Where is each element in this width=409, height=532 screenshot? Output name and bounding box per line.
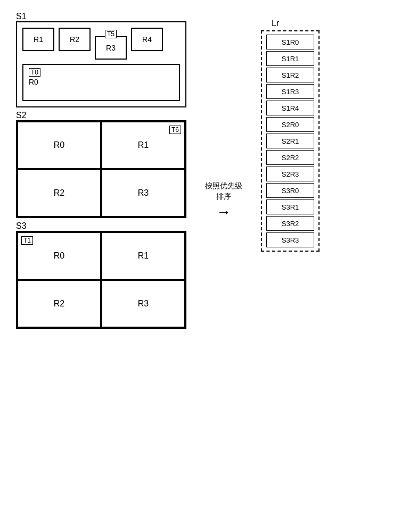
s2-r0-label: R0 <box>54 140 64 150</box>
s3-wrapper: S3 T1 R0 R1 R2 R3 <box>16 231 186 329</box>
s2-r3-cell: R3 <box>101 169 185 217</box>
s3-box: T1 R0 R1 R2 R3 <box>16 231 186 329</box>
lr-item-s1r2: S1R2 <box>266 68 314 82</box>
lr-item-s2r1: S2R1 <box>266 134 314 148</box>
lr-item-s1r3: S1R3 <box>266 84 314 99</box>
s3-grid: T1 R0 R1 R2 R3 <box>17 232 185 328</box>
s2-box: R0 T6 R1 R2 R3 <box>16 120 186 218</box>
s1-r1-label: R1 <box>34 35 43 44</box>
s1-wrapper: S1 R1 R2 T5 R3 R4 <box>16 21 186 107</box>
lr-item-s2r2: S2R2 <box>266 150 314 165</box>
t6-label: T6 <box>169 126 181 134</box>
s2-r0-cell: R0 <box>17 121 101 169</box>
s1-r2-label: R2 <box>70 35 79 44</box>
s1-t0-label: T0 <box>29 68 40 77</box>
s3-r0-label: R0 <box>54 251 64 261</box>
lr-item-s1r1: S1R1 <box>266 51 314 66</box>
left-column: S1 R1 R2 T5 R3 R4 <box>16 21 186 329</box>
s3-r2-label: R2 <box>54 299 64 309</box>
main-container: S1 R1 R2 T5 R3 R4 <box>0 0 409 339</box>
lr-item-s3r2: S3R2 <box>266 216 314 231</box>
lr-item-s2r0: S2R0 <box>266 117 314 132</box>
s2-label: S2 <box>16 111 27 120</box>
lr-item-s1r4: S1R4 <box>266 101 314 115</box>
s3-r3-cell: R3 <box>101 280 185 328</box>
t5-label: T5 <box>105 30 117 38</box>
right-column: Lr S1R0 S1R1 S1R2 S1R3 S1R4 S2R0 S2R1 S2… <box>261 19 320 252</box>
lr-item-s3r1: S3R1 <box>266 200 314 214</box>
s3-label: S3 <box>16 221 27 231</box>
s1-r3-label: R3 <box>106 44 116 52</box>
arrow-symbol: → <box>216 205 231 220</box>
s1-r4-box: R4 <box>131 28 163 51</box>
s1-r3-box: T5 R3 <box>95 36 127 60</box>
lr-item-s3r3: S3R3 <box>266 232 314 247</box>
t1-label: T1 <box>21 236 33 245</box>
s1-r1-box: R1 <box>22 28 54 51</box>
lr-dashed-box: S1R0 S1R1 S1R2 S1R3 S1R4 S2R0 S2R1 S2R2 … <box>261 30 320 252</box>
s3-r0-cell: T1 R0 <box>17 232 101 280</box>
lr-item-s1r0: S1R0 <box>266 35 314 49</box>
s3-r1-cell: R1 <box>101 232 185 280</box>
s2-wrapper: S2 R0 T6 R1 R2 R3 <box>16 120 186 218</box>
s1-r0-box: T0 R0 <box>22 64 180 101</box>
lr-item-s3r0: S3R0 <box>266 183 314 198</box>
s2-r1-label: R1 <box>138 140 149 150</box>
s1-top-row: R1 R2 T5 R3 R4 <box>22 28 180 60</box>
s2-r2-cell: R2 <box>17 169 101 217</box>
lr-item-s2r3: S2R3 <box>266 167 314 181</box>
s1-box: R1 R2 T5 R3 R4 T0 R0 <box>16 21 186 107</box>
arrow-text: 按照优先级排序 <box>205 181 242 202</box>
s2-r3-label: R3 <box>138 188 149 198</box>
middle-section: 按照优先级排序 → <box>197 181 250 220</box>
s1-r4-label: R4 <box>142 35 152 44</box>
s3-r3-label: R3 <box>138 299 149 309</box>
s1-r2-box: R2 <box>59 28 91 51</box>
s2-r2-label: R2 <box>54 188 64 198</box>
s1-r0-label: R0 <box>29 78 38 86</box>
lr-label: Lr <box>272 19 279 28</box>
s3-r2-cell: R2 <box>17 280 101 328</box>
s3-r1-label: R1 <box>138 251 149 261</box>
s1-label: S1 <box>16 12 27 21</box>
s2-grid: R0 T6 R1 R2 R3 <box>17 121 185 217</box>
s2-r1-cell: T6 R1 <box>101 121 185 169</box>
